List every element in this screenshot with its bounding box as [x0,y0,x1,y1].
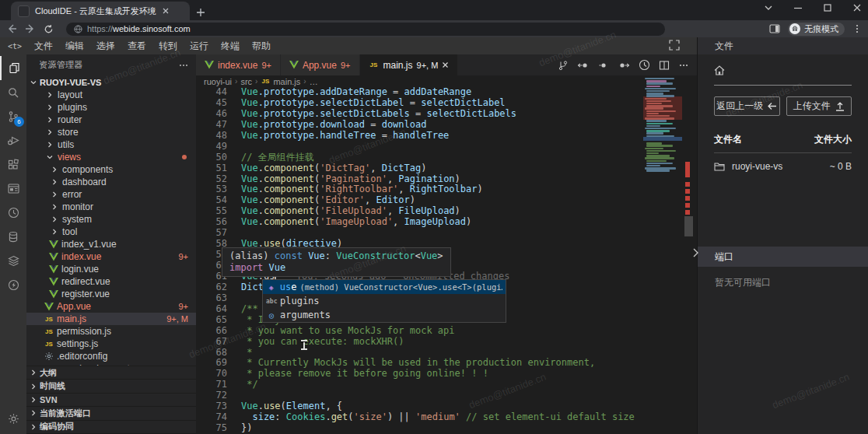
breadcrumb-item[interactable]: src [240,77,252,86]
scrollbar-thumb[interactable] [684,216,693,236]
tab-main.js[interactable]: JS main.js 9+, M [360,54,459,75]
panel-collapse-chevron-icon[interactable] [691,247,700,259]
code-line[interactable]: 55Vue.component('FileUpload', FileUpload… [196,206,697,217]
tree-item-login.vue[interactable]: login.vue [26,263,196,275]
code-line[interactable]: 53Vue.component('RightToolbar', RightToo… [196,184,697,195]
menu-item[interactable]: 查看 [121,40,152,53]
tree-item-permission.js[interactable]: JS permission.js [26,325,196,338]
change-dot-icon[interactable] [598,60,609,71]
tab-close-icon[interactable] [162,7,170,15]
suggest-item-arguments[interactable]: ◎arguments [263,308,506,322]
close-window-icon[interactable] [852,3,862,12]
tree-item-dashboard[interactable]: dashboard [26,176,196,188]
menu-item[interactable]: 运行 [184,40,215,53]
code-line[interactable]: 48Vue.prototype.handleTree = handleTree [196,131,697,142]
code-editor[interactable]: 44Vue.prototype.addDateRange = addDateRa… [196,87,697,434]
run-timeline-icon[interactable] [639,59,650,71]
tree-item-plugins[interactable]: plugins [26,101,196,114]
tree-item-settings.js[interactable]: JS settings.js [26,338,196,350]
minimize-icon[interactable] [793,3,803,12]
code-line[interactable]: 68 * [196,348,697,359]
section-大纲[interactable]: 大纲 [26,366,196,380]
code-line[interactable]: 47Vue.prototype.download = download [196,120,697,131]
code-line[interactable]: 50// 全局组件挂载 [196,152,697,163]
tree-item-index.vue[interactable]: index.vue 9+ [26,250,196,263]
settings-gear-icon[interactable] [0,407,26,431]
side-panel-icon[interactable] [769,23,780,34]
fullscreen-icon[interactable] [669,40,680,51]
menu-item[interactable]: 选择 [90,40,121,53]
code-line[interactable]: 71 */ [196,380,697,390]
code-line[interactable]: 49 [196,142,697,152]
suggest-item-plugins[interactable]: abcplugins [263,294,506,308]
tree-item-components[interactable]: components [26,163,196,176]
tree-item-redirect.vue[interactable]: redirect.vue [26,275,196,288]
code-line[interactable]: 56Vue.component('ImageUpload', ImageUplo… [196,217,697,228]
code-line[interactable]: 46Vue.prototype.selectDictLabels = selec… [196,109,697,120]
menu-item[interactable]: 编辑 [59,40,90,53]
code-line[interactable]: 52Vue.component('Pagination', Pagination… [196,174,697,185]
tree-item-main.js[interactable]: JS main.js 9+, M [26,313,196,325]
minimap[interactable] [643,78,682,434]
code-line[interactable]: 44Vue.prototype.addDateRange = addDateRa… [196,87,697,98]
upload-file-button[interactable]: 上传文件 [786,96,852,116]
code-line[interactable]: 51Vue.component('DictTag', DictTag) [196,163,697,174]
menu-item[interactable]: 帮助 [246,40,277,53]
code-line[interactable]: 72 [196,390,697,401]
code-line[interactable]: 66 * you want to use MockJs for mock api [196,326,697,337]
tab-search-chevron-icon[interactable] [764,3,773,12]
code-line[interactable]: 57 [196,228,697,239]
timeline-clock-icon[interactable] [0,201,26,225]
ports-header[interactable]: 端口 [698,247,868,267]
menu-item[interactable]: 转到 [152,40,184,53]
code-line[interactable]: 74 size: Cookies.get('size') || 'medium'… [196,412,697,423]
forward-icon[interactable] [25,23,36,34]
tab-App.vue[interactable]: App.vue 9+ [281,54,360,75]
lightning-icon[interactable] [0,273,26,297]
tree-item-system[interactable]: system [26,213,196,226]
new-tab-button[interactable] [196,8,205,17]
tree-item-router[interactable]: router [26,114,196,126]
previous-change-icon[interactable] [577,60,590,71]
section-时间线[interactable]: 时间线 [26,380,196,393]
search-icon[interactable] [0,80,26,104]
reload-icon[interactable] [44,24,54,34]
tree-item-.env.development[interactable]: .env.development [26,362,196,366]
code-line[interactable]: 67 * you can execute: mockXHR() [196,337,697,348]
tab-index.vue[interactable]: index.vue 9+ [196,54,281,75]
split-editor-icon[interactable] [659,60,670,71]
code-line[interactable]: 45Vue.prototype.selectDictLabel = select… [196,98,697,109]
explorer-icon[interactable] [0,56,26,80]
tree-item-monitor[interactable]: monitor [26,201,196,213]
preview-window-icon[interactable] [0,177,26,201]
tree-item-error[interactable]: error [26,188,196,201]
code-line[interactable]: 70 * please remove it before going onlin… [196,369,697,380]
tree-item-store[interactable]: store [26,126,196,138]
database-icon[interactable] [0,225,26,249]
tree-item-index_v1.vue[interactable]: index_v1.vue [26,238,196,250]
code-line[interactable]: 75}) [196,423,697,434]
breadcrumb-item[interactable]: ruoyi-ui [204,77,232,86]
menu-item[interactable]: 终端 [215,40,246,53]
back-icon[interactable] [6,23,17,34]
source-control-icon[interactable]: 6 [0,104,26,128]
section-编码协同[interactable]: 编码协同 [26,421,196,434]
code-line[interactable]: 69 * Currently MockJs will be used in th… [196,358,697,369]
tree-item-.editorconfig[interactable]: .editorconfig [26,350,196,362]
browser-menu-icon[interactable] [852,24,862,33]
menu-item[interactable]: 文件 [28,40,59,53]
code-line[interactable]: 73Vue.use(Element, { [196,401,697,412]
home-icon[interactable] [714,65,725,75]
run-debug-icon[interactable] [0,128,26,152]
section-SVN[interactable]: SVN [26,394,196,407]
tree-item-register.vue[interactable]: register.vue [26,288,196,300]
file-row[interactable]: ruoyi-vue-vs ~ 0 B [714,153,852,180]
tree-item-App.vue[interactable]: App.vue 9+ [26,300,196,313]
section-当前激活端口[interactable]: 当前激活端口 [26,407,196,420]
tree-root[interactable]: RUOYI-VUE-VS [26,75,196,89]
breadcrumb-item[interactable]: main.js [273,77,300,86]
next-change-icon[interactable] [618,60,630,71]
address-bar[interactable]: https://webide.sinosoft.com [66,23,665,36]
back-to-parent-button[interactable]: 返回上一级 [714,96,780,116]
extensions-icon[interactable] [0,152,26,177]
